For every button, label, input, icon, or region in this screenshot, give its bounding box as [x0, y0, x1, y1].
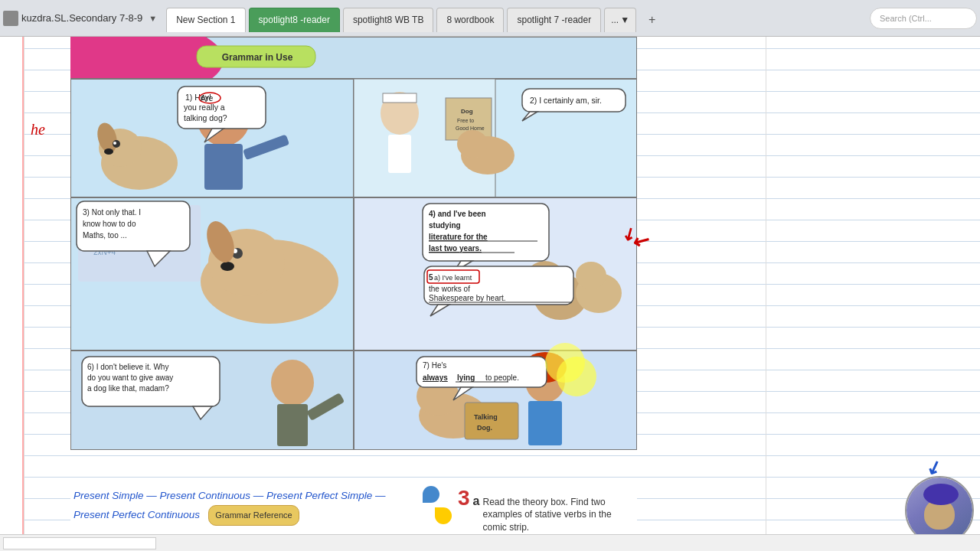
- svg-text:last two years.: last two years.: [429, 244, 482, 253]
- svg-rect-27: [388, 135, 411, 173]
- svg-text:7) He's: 7) He's: [423, 361, 446, 370]
- comic-strip: Grammar in Use 1) Hey!: [70, 37, 637, 450]
- grammar-links-text: Present Simple — Present Continuous — Pr…: [74, 486, 410, 527]
- notebook-area: he ↙ Grammar in Use: [24, 37, 766, 551]
- svg-text:Are: Are: [201, 93, 214, 103]
- svg-text:Dog: Dog: [461, 108, 473, 115]
- svg-rect-89: [465, 403, 518, 439]
- svg-text:a dog like that, madam?: a dog like that, madam?: [87, 384, 169, 393]
- svg-rect-2: [70, 37, 201, 83]
- tab-spotlight8-reader[interactable]: spotlight8 -reader: [249, 8, 340, 32]
- right-margin-area: ↙ Kuzdra.School: [766, 37, 980, 551]
- title-dropdown-arrow[interactable]: ▼: [149, 14, 157, 23]
- tab-new-section[interactable]: New Section 1: [166, 8, 245, 32]
- svg-text:the works of: the works of: [429, 285, 470, 293]
- svg-text:you really a: you really a: [184, 103, 225, 112]
- svg-point-46: [220, 262, 234, 271]
- svg-point-33: [457, 130, 488, 158]
- svg-point-14: [113, 142, 116, 145]
- tab-spotlight7[interactable]: spotlight 7 -reader: [507, 8, 601, 32]
- browser-bar: kuzdra.SL.Secondary 7-8-9 ▼ New Section …: [0, 0, 980, 37]
- svg-point-15: [104, 148, 113, 155]
- svg-text:to people.: to people.: [485, 373, 519, 382]
- annotation-he: he: [31, 121, 45, 139]
- tab-add-new[interactable]: +: [639, 8, 665, 32]
- page-title: kuzdra.SL.Secondary 7-8-9: [21, 12, 142, 24]
- svg-text:Shakespeare by heart.: Shakespeare by heart.: [429, 294, 506, 302]
- tab-more[interactable]: ... ▼: [604, 8, 636, 32]
- svg-rect-8: [204, 144, 243, 190]
- svg-point-57: [576, 262, 606, 289]
- svg-text:3) Not only that. I: 3) Not only that. I: [83, 208, 141, 217]
- svg-rect-26: [383, 93, 416, 103]
- svg-text:know how to do: know how to do: [83, 220, 136, 228]
- svg-text:lying: lying: [457, 373, 475, 382]
- svg-text:4) and I've been: 4) and I've been: [429, 210, 486, 218]
- svg-text:Good Home: Good Home: [456, 126, 485, 131]
- svg-text:6) I don't believe it. Why: 6) I don't believe it. Why: [87, 363, 168, 371]
- svg-point-75: [271, 360, 314, 406]
- grammar-reference-btn[interactable]: Grammar Reference: [208, 505, 299, 526]
- svg-text:Talking: Talking: [474, 413, 498, 421]
- left-margin: [0, 37, 24, 551]
- svg-text:Dog.: Dog.: [477, 424, 492, 432]
- tab-spotlight8-wb[interactable]: spotlight8 WB TB: [343, 8, 433, 32]
- svg-text:studying: studying: [429, 221, 461, 230]
- svg-text:Maths, too ...: Maths, too ...: [83, 231, 127, 240]
- content-area: he ↙ Grammar in Use: [0, 37, 980, 551]
- page-icon: [3, 11, 18, 26]
- svg-text:always: always: [423, 373, 448, 382]
- exercise-header: 3 a Read the theory box. Find two exampl…: [458, 486, 637, 534]
- svg-text:a) I've learnt: a) I've learnt: [434, 274, 472, 282]
- svg-text:2) I certainly am, sir.: 2) I certainly am, sir.: [530, 96, 602, 105]
- exercise-letter: a: [473, 494, 480, 508]
- scrollbar-input[interactable]: [3, 537, 156, 549]
- exercise-instruction: Read the theory box. Find two examples o…: [482, 496, 637, 534]
- svg-rect-76: [277, 404, 308, 446]
- svg-text:literature for the: literature for the: [429, 233, 488, 241]
- svg-rect-86: [528, 401, 562, 445]
- search-box[interactable]: Search (Ctrl...: [870, 8, 977, 29]
- svg-text:5: 5: [429, 273, 433, 282]
- yellow-highlight-2: [557, 357, 596, 396]
- bottom-bar: [0, 534, 980, 551]
- svg-text:Free to: Free to: [457, 118, 474, 123]
- svg-text:Grammar in Use: Grammar in Use: [222, 52, 293, 63]
- exercise-number: 3: [458, 486, 470, 510]
- svg-text:talking dog?: talking dog?: [184, 113, 227, 122]
- svg-text:do you want to give away: do you want to give away: [87, 373, 173, 382]
- tab-8-wordbook[interactable]: 8 wordbook: [436, 8, 504, 32]
